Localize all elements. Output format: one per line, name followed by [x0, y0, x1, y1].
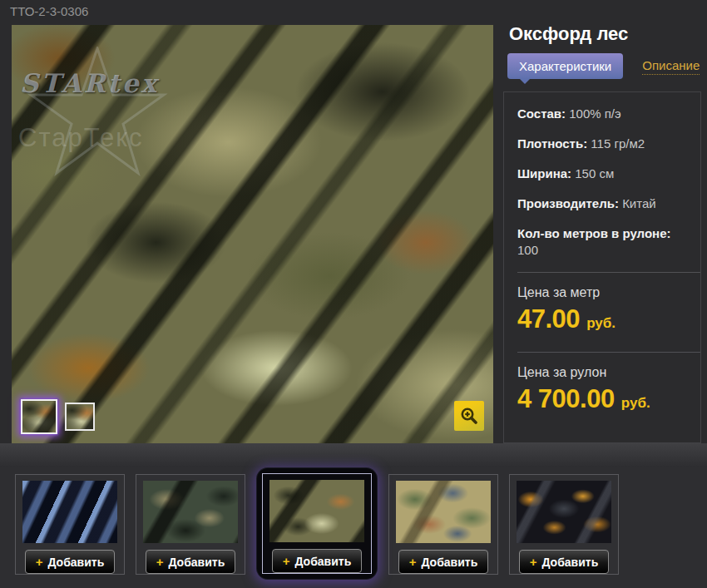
related-thumbnail-blue-camo[interactable] — [22, 481, 117, 543]
price-per-roll-value: 4 700.00 руб. — [517, 384, 700, 414]
price-number: 47.00 — [517, 304, 580, 334]
plus-icon: + — [36, 555, 43, 569]
watermark-text: STARtex — [20, 68, 159, 98]
page-title: Оксфорд лес — [509, 23, 628, 45]
spec-label: Плотность: — [517, 136, 587, 151]
zoom-button[interactable] — [454, 401, 484, 431]
related-products-strip: + Добавить + Добавить + Добавить + Добав… — [0, 467, 707, 588]
add-button-label: Добавить — [421, 556, 477, 569]
divider — [517, 272, 700, 273]
add-button[interactable]: + Добавить — [519, 550, 609, 574]
spec-label: Состав: — [517, 106, 566, 121]
add-button-label: Добавить — [541, 556, 598, 569]
plus-icon: + — [409, 555, 417, 569]
spec-row: Ширина: 150 см — [517, 166, 687, 182]
related-card-selected: + Добавить — [262, 473, 372, 574]
related-card: + Добавить — [15, 474, 125, 575]
fabric-photo[interactable]: STARtex СтарТекс — [12, 25, 493, 443]
plus-icon: + — [156, 555, 164, 569]
divider — [517, 352, 700, 353]
price-currency: руб. — [586, 315, 616, 331]
spec-label: Производитель: — [517, 196, 619, 210]
spec-row: Производитель: Китай — [517, 195, 687, 212]
spec-value: 100 — [517, 243, 538, 257]
price-area: Цена за метр 47.00 руб. Цена за рулон 4 … — [504, 272, 700, 443]
add-button[interactable]: + Добавить — [398, 550, 488, 574]
selected-card-frame: + Добавить — [257, 468, 377, 579]
tab-characteristics[interactable]: Характеристики — [507, 53, 623, 79]
plus-icon: + — [283, 554, 290, 568]
price-per-roll-label: Цена за рулон — [517, 365, 700, 380]
spec-row: Кол-во метров в рулоне: 100 — [517, 225, 687, 259]
spec-value: Китай — [622, 196, 656, 210]
tab-description[interactable]: Описание — [642, 58, 700, 75]
watermark-text-2: СтарТекс — [18, 123, 144, 153]
add-button-label: Добавить — [168, 556, 225, 569]
spec-row: Плотность: 115 гр/м2 — [517, 136, 687, 152]
plus-icon: + — [530, 555, 537, 569]
spec-label: Кол-во метров в рулоне: — [517, 226, 671, 240]
price-per-meter-label: Цена за метр — [517, 285, 700, 300]
magnifier-plus-icon — [459, 406, 479, 426]
price-currency: руб. — [621, 395, 650, 411]
product-code: ТТО-2-3-0306 — [10, 4, 88, 18]
related-thumbnail-autumn-camo[interactable] — [517, 481, 611, 543]
related-card: + Добавить — [388, 474, 498, 575]
add-button[interactable]: + Добавить — [25, 550, 115, 574]
spec-value: 100% п/э — [569, 106, 620, 121]
related-card: + Добавить — [509, 474, 619, 575]
spec-label: Ширина: — [517, 166, 571, 180]
add-button-label: Добавить — [47, 556, 104, 569]
add-button-label: Добавить — [294, 555, 351, 568]
related-card: + Добавить — [136, 474, 245, 575]
spec-value: 115 гр/м2 — [591, 136, 645, 151]
tab-bar: Характеристики Описание — [507, 53, 700, 79]
related-thumbnail-classic-camo[interactable] — [396, 481, 491, 543]
specs-panel: Состав: 100% п/э Плотность: 115 гр/м2 Ши… — [503, 91, 701, 443]
section-fade — [0, 443, 707, 467]
add-button[interactable]: + Добавить — [146, 550, 235, 574]
gallery-thumbnail-selected[interactable] — [21, 399, 57, 434]
price-per-meter-value: 47.00 руб. — [517, 304, 700, 334]
gallery-thumbnail[interactable] — [65, 403, 95, 431]
price-number: 4 700.00 — [517, 384, 615, 413]
spec-row: Состав: 100% п/э — [517, 106, 687, 122]
related-thumbnail-forest-camo[interactable] — [269, 480, 364, 542]
spec-value: 150 см — [575, 166, 614, 180]
related-thumbnail-dark-green-camo[interactable] — [143, 481, 238, 543]
watermark-star-icon — [27, 47, 168, 180]
add-button[interactable]: + Добавить — [272, 549, 362, 573]
